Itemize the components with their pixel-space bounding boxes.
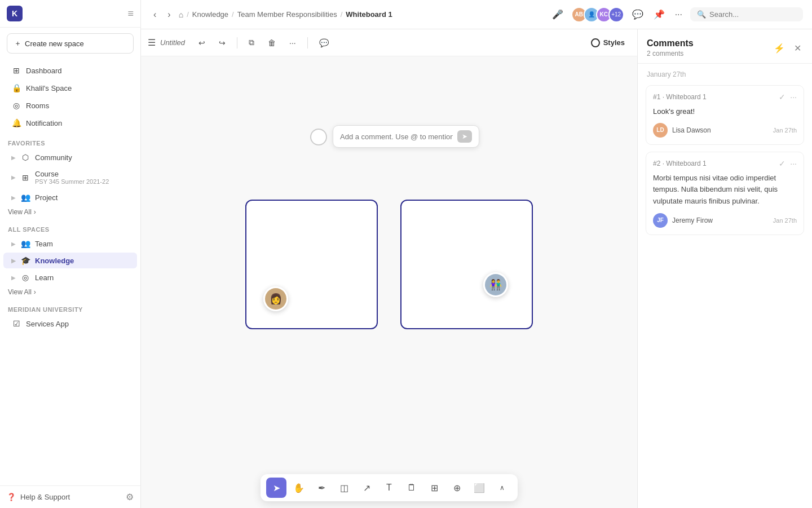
chevron-right-icon: › <box>34 288 36 296</box>
breadcrumb-knowledge[interactable]: Knowledge <box>192 10 228 19</box>
copy-button[interactable]: ⧉ <box>244 35 259 50</box>
knowledge-icon: 🎓 <box>20 256 30 265</box>
comment-date-2: Jan 27th <box>773 217 797 224</box>
send-comment-button[interactable]: ➤ <box>457 130 472 143</box>
comment-input[interactable] <box>340 132 453 141</box>
more-options-icon[interactable]: ··· <box>790 159 797 168</box>
sidebar-item-community[interactable]: ▶ ⬡ Community <box>3 149 137 165</box>
topbar-left: ‹ › ⌂ / Knowledge / Team Member Responsi… <box>150 7 392 22</box>
sidebar-item-team[interactable]: ▶ 👥 Team <box>3 236 137 251</box>
delete-button[interactable]: 🗑 <box>263 36 280 50</box>
sidebar-bottom: ❓ Help & Support ⚙ <box>0 485 140 508</box>
canvas-title[interactable]: Untitled <box>160 38 185 47</box>
sticky-note-tool[interactable]: 🗒 <box>401 478 422 498</box>
sidebar-item-dashboard[interactable]: ⊞ Dashboard <box>3 62 137 79</box>
resolve-icon[interactable]: ✓ <box>779 92 785 101</box>
canvas-area[interactable]: ☰ Untitled ↩ ↪ ⧉ 🗑 ··· 💬 Styles <box>141 29 637 508</box>
arrow-tool[interactable]: ↗ <box>356 478 377 498</box>
help-icon: ❓ <box>7 493 16 501</box>
view-all-spaces[interactable]: View All › <box>0 286 140 301</box>
topbar-right: 🎤 AB 👤 KC +12 💬 📌 ··· 🔍 <box>550 7 803 23</box>
comments-panel: Comments 2 comments ⚡ ✕ January 27th #1 … <box>637 29 812 508</box>
search-input[interactable] <box>709 10 796 19</box>
chevron-icon: ▶ <box>11 154 16 161</box>
author-name-2: Jeremy Firow <box>672 217 713 224</box>
search-bar: 🔍 <box>690 7 803 21</box>
more-options-button[interactable]: ··· <box>285 36 301 50</box>
lock-icon: 🔒 <box>11 83 21 92</box>
comments-title: Comments <box>647 38 694 48</box>
create-new-space-button[interactable]: ＋ Create new space <box>7 33 134 54</box>
pen-tool[interactable]: ✒ <box>311 478 332 498</box>
more-options-icon[interactable]: ··· <box>673 7 685 22</box>
pin-icon[interactable]: 📌 <box>651 7 667 22</box>
undo-button[interactable]: ↩ <box>194 36 210 50</box>
project-icon: 👥 <box>20 193 30 202</box>
sidebar-item-learn[interactable]: ▶ ◎ Learn <box>3 270 137 285</box>
forward-button[interactable]: › <box>164 7 174 22</box>
styles-dot <box>591 38 600 47</box>
select-tool[interactable]: ➤ <box>266 478 286 498</box>
sidebar-item-khalils-space[interactable]: 🔒 Khalil's Space <box>3 79 137 96</box>
comments-header: Comments 2 comments ⚡ ✕ <box>638 29 812 64</box>
learn-icon: ◎ <box>20 273 30 282</box>
canvas-toolbar-bottom: ➤ ✋ ✒ ◫ ↗ T 🗒 ⊞ ⊕ ⬜ ∧ <box>261 474 518 501</box>
breadcrumb-current: Whiteboard 1 <box>346 10 392 19</box>
comment-author-2: JF Jeremy Firow Jan 27th <box>653 213 797 228</box>
all-spaces-label: ALL SPACES <box>0 220 140 235</box>
resolve-icon[interactable]: ✓ <box>779 159 785 168</box>
meridian-label: MERIDIAN UNIVERSITY <box>0 301 140 315</box>
whiteboard-content: 👩 👫 <box>141 56 637 472</box>
notification-icon: 🔔 <box>11 118 21 127</box>
chevron-icon: ▶ <box>11 174 16 180</box>
home-icon[interactable]: ⌂ <box>179 10 183 19</box>
view-all-favorites[interactable]: View All › <box>0 206 140 220</box>
topbar: ‹ › ⌂ / Knowledge / Team Member Responsi… <box>141 0 812 29</box>
avatar-group: AB 👤 KC +12 <box>571 7 624 23</box>
hamburger-icon[interactable]: ☰ <box>148 37 156 48</box>
settings-icon[interactable]: ⚙ <box>126 492 134 502</box>
speech-bubble-button[interactable]: 💬 <box>315 36 333 50</box>
comment-icon[interactable]: 💬 <box>630 7 646 22</box>
help-support-item[interactable]: ❓ Help & Support <box>7 493 70 501</box>
main-nav: ⊞ Dashboard 🔒 Khalil's Space ◎ Rooms 🔔 N… <box>0 59 140 134</box>
eraser-tool[interactable]: ◫ <box>334 478 354 498</box>
sidebar-toggle[interactable]: ≡ <box>127 8 134 20</box>
sidebar-item-project[interactable]: ▶ 👥 Project <box>3 189 137 205</box>
sidebar: K ≡ ＋ Create new space ⊞ Dashboard 🔒 Kha… <box>0 0 141 508</box>
filter-icon[interactable]: ⚡ <box>772 41 787 55</box>
author-avatar-1: LD <box>653 123 668 138</box>
close-panel-icon[interactable]: ✕ <box>792 41 803 55</box>
styles-button[interactable]: Styles <box>585 36 630 50</box>
hand-tool[interactable]: ✋ <box>289 478 309 498</box>
expand-toolbar[interactable]: ∧ <box>492 478 512 498</box>
back-button[interactable]: ‹ <box>150 7 160 22</box>
sidebar-item-services-app[interactable]: ☑ Services App <box>3 316 137 332</box>
author-avatar-2: JF <box>653 213 668 228</box>
favorites-label: FAVORITES <box>0 134 140 149</box>
frame-tool[interactable]: ⬜ <box>469 478 489 498</box>
sidebar-item-knowledge[interactable]: ▶ 🎓 Knowledge <box>3 253 137 268</box>
comment-circle <box>310 129 327 145</box>
text-tool[interactable]: T <box>379 478 399 498</box>
sidebar-item-notification[interactable]: 🔔 Notification <box>3 114 137 131</box>
connect-tool[interactable]: ⊕ <box>447 478 467 498</box>
table-tool[interactable]: ⊞ <box>424 478 444 498</box>
sidebar-item-course[interactable]: ▶ ⊞ Course PSY 345 Summer 2021-22 <box>3 166 137 188</box>
breadcrumb: ⌂ / Knowledge / Team Member Responsibili… <box>179 10 392 19</box>
comment-input-box: ➤ <box>333 125 479 148</box>
redo-button[interactable]: ↪ <box>214 36 230 50</box>
more-options-icon[interactable]: ··· <box>790 92 797 101</box>
sidebar-item-rooms[interactable]: ◎ Rooms <box>3 97 137 114</box>
comment-text-1: Look's great! <box>653 106 797 117</box>
avatar-extra-count: +12 <box>608 7 624 23</box>
mic-icon[interactable]: 🎤 <box>550 7 566 22</box>
course-icon: ⊞ <box>20 173 30 182</box>
separator <box>237 37 237 48</box>
comment-date-1: Jan 27th <box>773 127 797 134</box>
comment-ref-1: #1 · Whiteboard 1 <box>653 93 707 101</box>
frame-2-avatar: 👫 <box>483 272 508 297</box>
breadcrumb-team-member[interactable]: Team Member Responsibilities <box>237 10 337 19</box>
whiteboard-frame-2: 👫 <box>400 200 533 329</box>
chevron-icon: ▶ <box>11 195 16 201</box>
